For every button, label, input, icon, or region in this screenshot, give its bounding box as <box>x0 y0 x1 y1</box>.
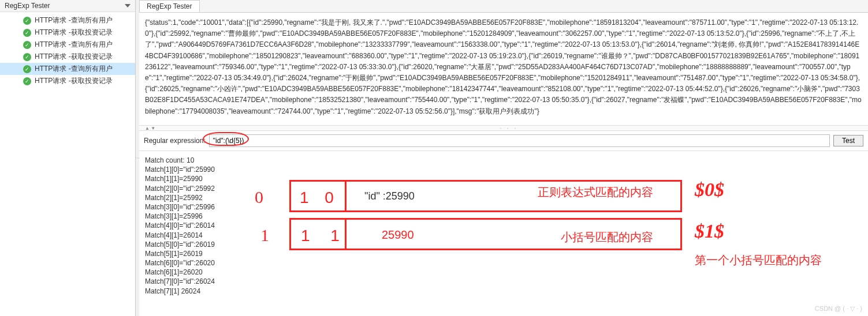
result-line: Match[2][1]=25992 <box>145 193 862 202</box>
check-icon: ✓ <box>23 17 31 25</box>
result-line: Match[1][0]="id":25990 <box>145 165 862 174</box>
chevron-down-icon[interactable] <box>125 4 131 7</box>
tree-label: HTTP请求 -查询所有用户 <box>35 64 113 74</box>
collapse-arrows-icon[interactable]: ▲ ▼ <box>145 126 155 131</box>
tree-label: HTTP请求 -查询所有用户 <box>35 40 113 50</box>
tree-item[interactable]: ✓HTTP请求 -获取投资记录 <box>0 75 135 87</box>
sidebar-title: RegExp Tester <box>5 2 125 10</box>
result-line: Match[2][0]="id":25992 <box>145 184 862 193</box>
result-line: Match[6][0]="id":26020 <box>145 258 862 268</box>
watermark: CSDN @ <box>815 305 862 313</box>
result-line: Match[6][1]=26020 <box>145 268 862 277</box>
sidebar: RegExp Tester ✓HTTP请求 -查询所有用户 ✓HTTP请求 -获… <box>0 0 136 316</box>
check-icon: ✓ <box>23 77 31 85</box>
result-line: Match[3][1]=25996 <box>145 212 862 221</box>
check-icon: ✓ <box>23 41 31 49</box>
tree-label: HTTP请求 -查询所有用户 <box>35 16 113 25</box>
result-line: Match[3][0]="id":25996 <box>145 202 862 212</box>
horizontal-splitter[interactable]: ▲ ▼ · · · <box>139 125 868 131</box>
check-icon: ✓ <box>23 53 31 61</box>
tree-item[interactable]: ✓HTTP请求 -查询所有用户 <box>0 39 135 51</box>
result-line: Match[5][0]="id":26019 <box>145 240 862 249</box>
tree-item[interactable]: ✓HTTP请求 -查询所有用户 <box>0 14 135 27</box>
tree-label: HTTP请求 -获取投资记录 <box>35 76 113 86</box>
result-line: Match[4][1]=26014 <box>145 231 862 240</box>
check-icon: ✓ <box>23 29 31 37</box>
results-panel[interactable]: Match count: 10 Match[1][0]="id":25990 M… <box>139 151 868 316</box>
regex-input[interactable] <box>209 134 830 147</box>
check-icon: ✓ <box>23 65 31 73</box>
result-line: Match[5][1]=26019 <box>145 249 862 258</box>
result-line: Match[7][0]="id":26024 <box>145 277 862 286</box>
tree-item[interactable]: ✓HTTP请求 -获取投资记录 <box>0 51 135 63</box>
sidebar-header[interactable]: RegExp Tester <box>0 0 135 12</box>
result-line: Match[4][0]="id":26014 <box>145 221 862 230</box>
tree-item[interactable]: ✓HTTP请求 -获取投资记录 <box>0 27 135 39</box>
regex-row: Regular expression: Test <box>139 131 868 151</box>
match-count: Match count: 10 <box>145 156 862 165</box>
tree-label: HTTP请求 -获取投资记录 <box>35 28 113 37</box>
tab-regexp-tester[interactable]: RegExp Tester <box>139 0 200 12</box>
test-button[interactable]: Test <box>833 135 863 146</box>
regex-label: Regular expression: <box>144 137 206 145</box>
request-tree: ✓HTTP请求 -查询所有用户 ✓HTTP请求 -获取投资记录 ✓HTTP请求 … <box>0 12 135 89</box>
tree-label: HTTP请求 -获取投资记录 <box>35 52 113 62</box>
result-line: Match[1][1]=25990 <box>145 174 862 183</box>
response-text[interactable]: {"status":1,"code":"10001","data":[{"id"… <box>139 13 868 125</box>
main-panel: RegExp Tester {"status":1,"code":"10001"… <box>139 0 868 316</box>
result-line: Match[7][1] 26024 <box>145 287 862 296</box>
tab-bar: RegExp Tester <box>139 0 868 13</box>
tree-item[interactable]: ✓HTTP请求 -查询所有用户 <box>0 63 135 75</box>
